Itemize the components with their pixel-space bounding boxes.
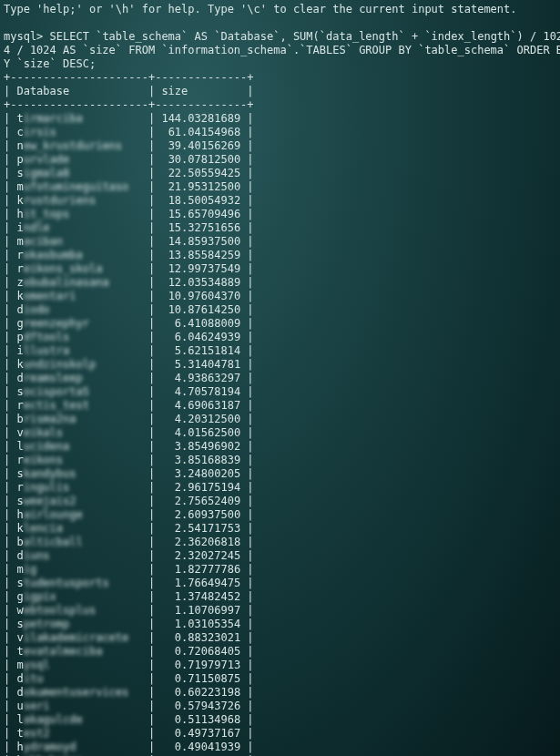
redacted-text: ysql (24, 659, 50, 672)
help-line: Type 'help;' or '\h' for help. Type '\c'… (4, 3, 517, 15)
table-row: | rectis_test | 4.69063187 | (4, 399, 254, 412)
table-row: | greenzephyr | 6.41088009 | (4, 317, 254, 330)
redacted-text: okasbumba (24, 249, 83, 262)
table-row: | zobubalinasana | 12.03534889 | (4, 276, 254, 289)
redacted-text: urvlade (24, 153, 70, 167)
redacted-text: ebtoolsplus (24, 604, 96, 618)
redacted-text: ndle (24, 221, 50, 235)
redacted-text: iuns (24, 549, 50, 563)
table-row: | hydramoyd | 0.49041939 | (4, 741, 254, 753)
table-row: | cirsis | 61.04154968 | (4, 126, 254, 138)
redacted-text: obubalinasana (24, 276, 109, 290)
redacted-text: alticball (24, 536, 83, 549)
table-row: | hit_tops | 15.65709496 | (4, 208, 254, 220)
table-row: | rokasbumba | 13.85584259 | (4, 249, 254, 261)
sql-query: SELECT `table_schema` AS `Database`, SUM… (50, 30, 560, 43)
redacted-text: llustra (24, 344, 70, 358)
redacted-text: okumentuservices (24, 686, 129, 700)
redacted-text: tudentusports (24, 577, 109, 590)
table-row: | dokumentuservices | 0.60223198 | (4, 686, 254, 699)
redacted-text: igmala8 (24, 167, 70, 180)
table-row: | ringulis | 2.96175194 | (4, 481, 254, 494)
table-row: | indle | 15.32751656 | (4, 221, 254, 234)
mysql-prompt[interactable]: mysql> (4, 30, 50, 43)
table-row: | reikons | 3.85168839 | (4, 454, 254, 466)
redacted-text: petromp (24, 618, 70, 631)
table-row: | vilakademicracete | 0.88323021 | (4, 631, 254, 644)
redacted-text: reamsleep (24, 372, 83, 385)
redacted-text: airlounge (24, 508, 83, 522)
table-row: | ditu | 0.71150875 | (4, 672, 254, 685)
sql-query: 4 / 1024 AS `size` FROM `information_sch… (4, 44, 560, 56)
redacted-text: it_tops (24, 208, 70, 221)
redacted-text: seri (24, 700, 50, 713)
redacted-text: akagulcde (24, 713, 83, 727)
table-row: | maciban | 14.85937500 | (4, 235, 254, 248)
table-row: | krustduriens | 18.50054932 | (4, 194, 254, 207)
sql-query: Y `size` DESC; (4, 57, 96, 70)
table-row: | hairlounge | 2.60937500 | (4, 508, 254, 521)
table-row: | komentari | 10.97604370 | (4, 290, 254, 302)
table-row: | sigmala8 | 22.50559425 | (4, 167, 254, 179)
redacted-text: ocisporta5 (24, 385, 89, 399)
redacted-text: ew_krustduriens (24, 139, 122, 153)
redacted-text: ucidena (24, 440, 70, 454)
redacted-text: iodo (24, 303, 50, 317)
table-row: | gigpix | 1.37482452 | (4, 590, 254, 603)
redacted-text: rustduriens (24, 194, 96, 208)
redacted-text: evatalmeciba (24, 645, 103, 659)
table-row: | studentusports | 1.76649475 | (4, 577, 254, 589)
table-border: +---------------------+--------------+ (4, 71, 254, 84)
table-row: | pdftools | 6.04624939 | (4, 331, 254, 343)
redacted-text: ufotumineguitaso (24, 180, 129, 194)
redacted-text: ilakademicracete (24, 631, 129, 645)
table-row: | klencia | 2.54171753 | (4, 522, 254, 535)
redacted-text: dftools (24, 331, 70, 344)
table-row: | new_krustduriens | 39.40156269 | (4, 139, 254, 152)
redacted-text: ydramoyd (24, 741, 76, 754)
redacted-text: irsis (24, 126, 56, 139)
redacted-text: aciban (24, 235, 63, 249)
redacted-text: weejais2 (24, 495, 76, 508)
table-row: | test2 | 0.49737167 | (4, 727, 254, 740)
table-row: | brisma2na | 4.20312500 | (4, 413, 254, 425)
table-row: | tevatalmeciba | 0.72068405 | (4, 645, 254, 658)
table-row: | webtoolsplus | 1.10706997 | (4, 604, 254, 617)
table-row: | purvlade | 30.07812500 | (4, 153, 254, 166)
redacted-text: ig (24, 563, 36, 577)
redacted-text: lencia (24, 522, 63, 536)
table-row: | illustra | 5.62151814 | (4, 344, 254, 357)
redacted-text: reenzephyr (24, 317, 89, 331)
redacted-text: eikons (24, 454, 63, 467)
redacted-text: ectis_test (24, 399, 89, 413)
table-row: | spetromp | 1.03105354 | (4, 618, 254, 630)
table-row: | veikals | 4.01562500 | (4, 426, 254, 439)
table-row: | balticball | 2.36206818 | (4, 536, 254, 548)
table-row: | tirmarciba | 144.03281689 | (4, 112, 254, 125)
table-row: | reikons_skola | 12.99737549 | (4, 262, 254, 275)
table-row: | lucidena | 3.85496902 | (4, 440, 254, 453)
redacted-text: igpix (24, 590, 56, 604)
redacted-text: ingulis (24, 481, 70, 495)
table-border: +---------------------+--------------+ (4, 98, 254, 111)
table-row: | dreamsleep | 4.93863297 | (4, 372, 254, 384)
redacted-text: irmarciba (24, 112, 83, 126)
terminal-output: Type 'help;' or '\h' for help. Type '\c'… (0, 0, 560, 756)
redacted-text: eikons_skola (24, 262, 103, 276)
redacted-text: itu (24, 672, 44, 686)
table-row: | mysql | 0.71979713 | (4, 659, 254, 671)
redacted-text: risma2na (24, 413, 76, 426)
table-row: | mufotumineguitaso | 21.95312500 | (4, 180, 254, 193)
redacted-text: undzinskolp (24, 358, 96, 372)
redacted-text: eikals (24, 426, 63, 440)
table-row: | diuns | 2.32027245 | (4, 549, 254, 562)
redacted-text: kandybus (24, 467, 76, 481)
table-row: | lakagulcde | 0.51134968 | (4, 713, 254, 726)
redacted-text: est2 (24, 727, 50, 741)
table-row: | kundzinskolp | 5.31404781 | (4, 358, 254, 371)
redacted-text: omentari (24, 290, 76, 303)
table-row: | mig | 1.82777786 | (4, 563, 254, 576)
table-row: | diodo | 10.87614250 | (4, 303, 254, 316)
table-header: | Database | size | (4, 85, 254, 97)
table-row: | useri | 0.57943726 | (4, 700, 254, 712)
